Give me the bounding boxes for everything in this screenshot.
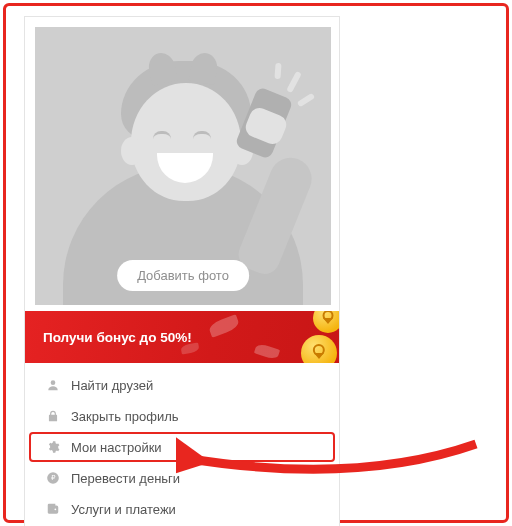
- screenshot-frame: Добавить фото Получи бонус до 50%! Найти…: [3, 3, 509, 523]
- menu-item-label: Услуги и платежи: [71, 502, 176, 517]
- menu-item-label: Найти друзей: [71, 378, 153, 393]
- menu-item-label: Закрыть профиль: [71, 409, 179, 424]
- profile-menu: Найти друзей Закрыть профиль Мои настрой…: [25, 363, 339, 526]
- bonus-text: Получи бонус до 50%!: [43, 330, 192, 345]
- svg-point-0: [51, 380, 56, 385]
- decoration: [254, 343, 280, 361]
- avatar-placeholder: Добавить фото: [35, 27, 331, 305]
- menu-item-services-payments[interactable]: Услуги и платежи: [29, 494, 335, 524]
- coin-icon: [301, 335, 337, 363]
- avatar-section: Добавить фото: [25, 17, 339, 311]
- lock-icon: [45, 408, 61, 424]
- gear-icon: [45, 439, 61, 455]
- add-photo-button[interactable]: Добавить фото: [117, 260, 249, 291]
- menu-item-close-profile[interactable]: Закрыть профиль: [29, 401, 335, 431]
- menu-item-label: Перевести деньги: [71, 471, 180, 486]
- decoration: [208, 314, 241, 337]
- bonus-banner[interactable]: Получи бонус до 50%!: [25, 311, 339, 363]
- wallet-icon: [45, 501, 61, 517]
- coin-icon: [313, 311, 339, 333]
- menu-item-my-settings[interactable]: Мои настройки: [29, 432, 335, 462]
- menu-item-label: Мои настройки: [71, 440, 162, 455]
- profile-sidebar: Добавить фото Получи бонус до 50%! Найти…: [24, 16, 340, 526]
- menu-item-transfer-money[interactable]: ₽ Перевести деньги: [29, 463, 335, 493]
- ruble-icon: ₽: [45, 470, 61, 486]
- menu-item-find-friends[interactable]: Найти друзей: [29, 370, 335, 400]
- person-icon: [45, 377, 61, 393]
